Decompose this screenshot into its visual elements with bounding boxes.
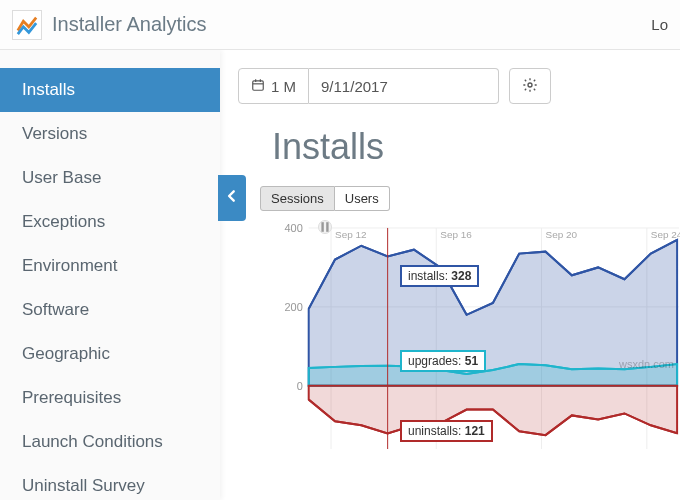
pause-icon[interactable] [318, 220, 332, 234]
app-title: Installer Analytics [52, 13, 207, 36]
sidebar-item-label: Exceptions [22, 212, 105, 231]
tab-label: Sessions [271, 191, 324, 206]
tab-sessions[interactable]: Sessions [260, 186, 335, 211]
sidebar-item-label: Environment [22, 256, 117, 275]
svg-text:Sep 24: Sep 24 [651, 229, 680, 240]
sidebar-item-uninstall-survey[interactable]: Uninstall Survey [0, 464, 220, 500]
svg-text:0: 0 [297, 380, 303, 392]
main-area: 1 M 9/11/2017 Installs Sessions Users [220, 50, 680, 500]
collapse-sidebar-button[interactable] [218, 175, 246, 221]
chart-svg: 0200400Sep 12Sep 16Sep 20Sep 24 [260, 220, 680, 449]
tooltip-value: 328 [451, 269, 471, 283]
svg-text:Sep 12: Sep 12 [335, 229, 367, 240]
sidebar-item-label: Software [22, 300, 89, 319]
settings-button[interactable] [509, 68, 551, 104]
tooltip-uninstalls: uninstalls: 121 [400, 420, 493, 442]
date-range-button[interactable]: 1 M [238, 68, 309, 104]
page-title: Installs [272, 126, 680, 168]
login-link[interactable]: Lo [651, 16, 668, 33]
sidebar-item-installs[interactable]: Installs [0, 68, 220, 112]
svg-text:Sep 16: Sep 16 [440, 229, 472, 240]
tooltip-label: upgrades: [408, 354, 461, 368]
calendar-icon [251, 78, 265, 95]
svg-text:400: 400 [284, 222, 302, 234]
svg-text:Sep 20: Sep 20 [546, 229, 578, 240]
tooltip-value: 51 [465, 354, 478, 368]
sidebar-item-software[interactable]: Software [0, 288, 220, 332]
sidebar: Installs Versions User Base Exceptions E… [0, 50, 220, 500]
date-toolbar: 1 M 9/11/2017 [238, 68, 680, 104]
date-input[interactable]: 9/11/2017 [309, 68, 499, 104]
sidebar-item-label: Launch Conditions [22, 432, 163, 451]
svg-rect-0 [253, 80, 264, 89]
tab-users[interactable]: Users [335, 186, 390, 211]
watermark: wsxdn.com [619, 358, 674, 370]
chevron-left-icon [225, 187, 239, 209]
chart-logo-icon [16, 14, 38, 36]
sidebar-item-label: Prerequisites [22, 388, 121, 407]
svg-rect-5 [321, 222, 323, 232]
tooltip-label: installs: [408, 269, 448, 283]
app-logo [12, 10, 42, 40]
sidebar-item-geographic[interactable]: Geographic [0, 332, 220, 376]
tab-label: Users [345, 191, 379, 206]
tooltip-upgrades: upgrades: 51 [400, 350, 486, 372]
sidebar-item-prerequisites[interactable]: Prerequisites [0, 376, 220, 420]
sidebar-item-label: Versions [22, 124, 87, 143]
sidebar-item-label: Geographic [22, 344, 110, 363]
tooltip-installs: installs: 328 [400, 265, 479, 287]
sidebar-item-label: Uninstall Survey [22, 476, 145, 495]
top-bar: Installer Analytics Lo [0, 0, 680, 50]
sidebar-item-label: User Base [22, 168, 101, 187]
date-value: 9/11/2017 [321, 78, 388, 95]
svg-text:200: 200 [284, 301, 302, 313]
sidebar-item-user-base[interactable]: User Base [0, 156, 220, 200]
date-range-label: 1 M [271, 78, 296, 95]
sidebar-item-environment[interactable]: Environment [0, 244, 220, 288]
sidebar-item-label: Installs [22, 80, 75, 99]
chart: 0200400Sep 12Sep 16Sep 20Sep 24 installs… [260, 219, 680, 449]
sidebar-item-versions[interactable]: Versions [0, 112, 220, 156]
tooltip-label: uninstalls: [408, 424, 461, 438]
gear-icon [522, 77, 538, 96]
sidebar-item-launch-conditions[interactable]: Launch Conditions [0, 420, 220, 464]
chart-tabstrip: Sessions Users [260, 186, 680, 211]
sidebar-item-exceptions[interactable]: Exceptions [0, 200, 220, 244]
svg-rect-6 [326, 222, 328, 232]
tooltip-value: 121 [465, 424, 485, 438]
svg-point-4 [528, 83, 532, 87]
